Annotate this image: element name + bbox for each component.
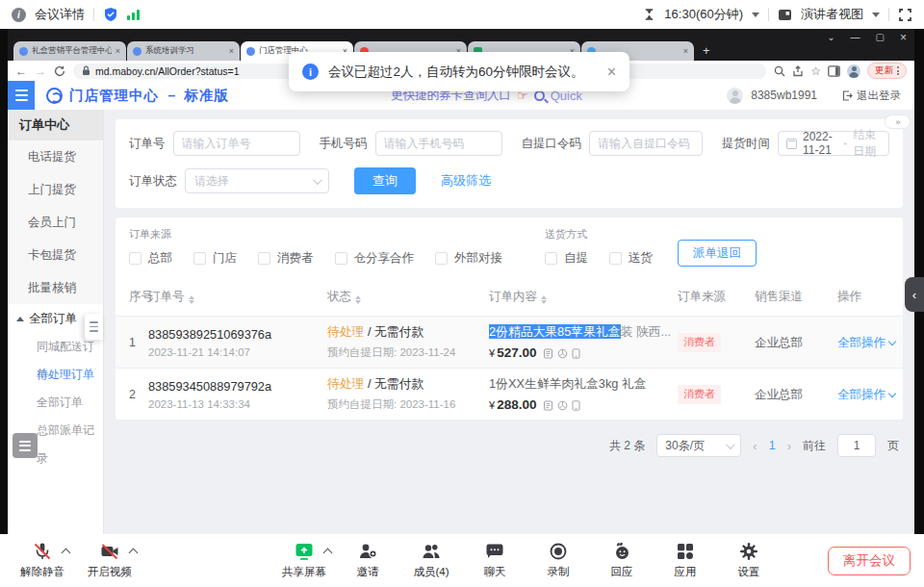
receipt-icon[interactable] <box>543 348 553 359</box>
phone-input[interactable] <box>375 131 502 156</box>
share-options-caret[interactable] <box>323 549 333 558</box>
view-mode-label[interactable]: 演讲者视图 <box>801 6 863 23</box>
checkbox-icon[interactable] <box>129 252 141 265</box>
phone-icon[interactable] <box>572 348 580 359</box>
network-icon[interactable] <box>557 348 568 359</box>
sidebar-group-order-center[interactable]: 订单中心 <box>8 110 103 140</box>
table-row[interactable]: 1 83859389251069376a 2023-11-21 14:14:07… <box>116 317 903 369</box>
quick-search-icon[interactable] <box>534 90 545 101</box>
sidebar-item-phone-pickup[interactable]: 电话提货 <box>8 140 103 173</box>
share-screen-button[interactable]: 共享屏幕 <box>277 541 331 579</box>
date-range-picker[interactable]: 2022-11-21 - 结束日期 <box>778 131 889 156</box>
minimize-button[interactable]: — <box>851 31 860 44</box>
sidebar-bottom-menu-button[interactable] <box>13 433 38 458</box>
sidebar-item-card-pickup[interactable]: 卡包提货 <box>8 239 103 271</box>
checkbox-icon[interactable] <box>609 252 622 265</box>
receipt-icon[interactable] <box>543 400 553 411</box>
checkbox-icon[interactable] <box>545 252 557 265</box>
meeting-panel-handle[interactable]: ‹ <box>905 277 924 312</box>
current-page[interactable]: 1 <box>769 439 776 452</box>
timer-caret-icon[interactable] <box>752 13 759 17</box>
checkbox-delivery[interactable]: 送货 <box>609 250 653 267</box>
browser-menu-icon[interactable] <box>897 66 899 75</box>
checkbox-store[interactable]: 门店 <box>193 250 237 267</box>
sort-icon[interactable] <box>541 295 547 304</box>
sort-icon[interactable] <box>355 295 361 304</box>
tab-close-icon[interactable]: × <box>116 46 120 56</box>
invite-button[interactable]: 邀请 <box>341 541 395 579</box>
checkbox-icon[interactable] <box>193 252 206 265</box>
unmute-button[interactable]: 解除静音 <box>15 541 69 579</box>
tab-close-icon[interactable]: × <box>229 46 234 56</box>
fullscreen-icon[interactable] <box>898 8 912 22</box>
sidebar-item-member-visit[interactable]: 会员上门 <box>8 206 103 239</box>
page-size-select[interactable]: 30条/页 <box>656 434 741 457</box>
browser-profile-avatar[interactable] <box>847 64 860 78</box>
network-icon[interactable] <box>557 400 568 411</box>
view-caret-icon[interactable] <box>872 13 880 17</box>
meeting-timer[interactable]: 16:30(60分钟) <box>664 6 743 23</box>
order-no-input[interactable] <box>173 131 300 156</box>
bookmark-star-icon[interactable]: ☆ <box>810 65 821 77</box>
col-status[interactable]: 状态 <box>327 278 489 317</box>
checkbox-warehouse-coop[interactable]: 仓分享合作 <box>335 250 415 267</box>
checkbox-hq[interactable]: 总部 <box>129 250 172 267</box>
lock-icon[interactable] <box>82 65 90 76</box>
date-start-value[interactable]: 2022-11-21 <box>803 130 837 157</box>
col-content[interactable]: 订单内容 <box>489 278 678 317</box>
apps-button[interactable]: 应用 <box>658 541 712 579</box>
sidebar-item-all-orders[interactable]: 全部订单 <box>8 389 103 417</box>
date-end-placeholder[interactable]: 结束日期 <box>853 127 881 160</box>
checkbox-icon[interactable] <box>435 252 448 265</box>
checkbox-icon[interactable] <box>335 252 347 265</box>
prev-page-icon[interactable]: ‹ <box>753 439 757 453</box>
meeting-details-label[interactable]: 会议详情 <box>35 6 85 23</box>
all-actions-dropdown[interactable]: 全部操作 <box>837 336 895 349</box>
close-window-button[interactable]: × <box>900 31 907 44</box>
start-video-button[interactable]: 开启视频 <box>83 541 137 579</box>
meeting-info-icon[interactable]: i <box>12 8 26 22</box>
zoom-icon[interactable] <box>774 65 785 77</box>
sort-icon[interactable] <box>189 295 194 304</box>
reload-icon[interactable] <box>54 65 65 77</box>
sidebar-item-batch-verify[interactable]: 批量核销 <box>8 271 103 304</box>
sidebar-drawer-handle[interactable] <box>85 314 103 340</box>
collapse-filters-button[interactable]: » <box>885 115 911 129</box>
video-options-caret[interactable] <box>129 549 139 558</box>
col-order-no[interactable]: 订单号 <box>148 278 327 317</box>
record-button[interactable]: 录制 <box>531 541 585 579</box>
sidebar-item-pending-orders[interactable]: 待处理订单 <box>8 361 103 389</box>
mic-options-caret[interactable] <box>62 549 71 558</box>
phone-icon[interactable] <box>572 400 580 411</box>
side-panel-icon[interactable] <box>828 65 840 77</box>
share-page-icon[interactable] <box>792 65 804 77</box>
checkbox-icon[interactable] <box>258 252 270 265</box>
back-icon[interactable]: ← <box>15 65 27 77</box>
dispatch-return-button[interactable]: 派单退回 <box>678 240 757 267</box>
menu-hamburger-icon[interactable] <box>8 81 35 110</box>
settings-button[interactable]: 设置 <box>722 541 776 579</box>
search-button[interactable]: 查询 <box>354 167 416 194</box>
tab-search-icon[interactable]: ⌄ <box>827 31 834 44</box>
new-tab-button[interactable]: + <box>703 43 710 58</box>
goto-page-input[interactable] <box>837 434 876 457</box>
tab-training[interactable]: 系统培训学习 × <box>127 41 240 61</box>
tab-close-icon[interactable]: × <box>683 46 688 56</box>
toast-close-icon[interactable]: × <box>607 64 616 80</box>
leave-meeting-button[interactable]: 离开会议 <box>828 547 911 575</box>
security-shield-icon[interactable] <box>103 7 118 22</box>
reactions-button[interactable]: 回应 <box>595 541 649 579</box>
browser-update-button[interactable]: 更新 <box>867 63 907 79</box>
network-signal-icon[interactable] <box>127 9 140 20</box>
order-status-select[interactable]: 请选择 <box>185 168 329 193</box>
maximize-button[interactable]: ▢ <box>876 31 885 44</box>
advanced-filter-link[interactable]: 高级筛选 <box>441 172 491 190</box>
checkbox-self-pickup[interactable]: 自提 <box>545 250 588 267</box>
checkbox-consumer[interactable]: 消费者 <box>258 250 314 267</box>
logout-button[interactable]: 退出登录 <box>842 89 901 103</box>
all-actions-dropdown[interactable]: 全部操作 <box>837 388 895 401</box>
forward-icon[interactable]: → <box>35 65 46 77</box>
table-row[interactable]: 2 83859345088979792a 2023-11-13 14:33:34… <box>116 369 903 421</box>
chat-button[interactable]: 聊天 <box>468 541 522 579</box>
members-button[interactable]: 成员(4) <box>404 541 458 579</box>
